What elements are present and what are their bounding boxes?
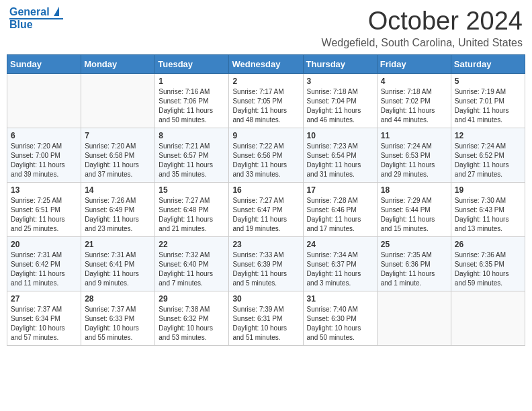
day-number: 23 [232,240,299,249]
calendar-week-4: 27Sunrise: 7:37 AM Sunset: 6:34 PM Dayli… [7,291,525,346]
day-info: Sunrise: 7:27 AM Sunset: 6:48 PM Dayligh… [159,196,225,234]
day-info: Sunrise: 7:38 AM Sunset: 6:32 PM Dayligh… [159,305,225,342]
day-number: 9 [232,131,299,140]
day-info: Sunrise: 7:39 AM Sunset: 6:31 PM Dayligh… [232,305,299,342]
day-number: 7 [85,131,151,140]
calendar-cell: 29Sunrise: 7:38 AM Sunset: 6:32 PM Dayli… [155,291,229,346]
calendar-cell: 26Sunrise: 7:36 AM Sunset: 6:35 PM Dayli… [451,237,525,291]
calendar-cell: 16Sunrise: 7:27 AM Sunset: 6:47 PM Dayli… [229,183,303,237]
calendar-cell: 2Sunrise: 7:17 AM Sunset: 7:05 PM Daylig… [229,74,303,128]
day-number: 19 [455,185,521,195]
calendar-header-row: Sunday Monday Tuesday Wednesday Thursday… [7,55,525,74]
day-info: Sunrise: 7:33 AM Sunset: 6:39 PM Dayligh… [232,250,299,288]
day-info: Sunrise: 7:18 AM Sunset: 7:04 PM Dayligh… [307,87,373,125]
calendar-cell: 13Sunrise: 7:25 AM Sunset: 6:51 PM Dayli… [7,183,81,237]
day-number: 13 [11,185,77,195]
day-info: Sunrise: 7:37 AM Sunset: 6:33 PM Dayligh… [85,305,151,342]
day-number: 17 [307,185,373,195]
day-number: 16 [232,185,299,195]
calendar-cell: 5Sunrise: 7:19 AM Sunset: 7:01 PM Daylig… [451,74,525,128]
day-info: Sunrise: 7:21 AM Sunset: 6:57 PM Dayligh… [159,142,225,179]
calendar-cell: 23Sunrise: 7:33 AM Sunset: 6:39 PM Dayli… [229,237,303,291]
calendar-cell: 18Sunrise: 7:29 AM Sunset: 6:44 PM Dayli… [377,183,451,237]
day-info: Sunrise: 7:37 AM Sunset: 6:34 PM Dayligh… [11,305,77,342]
day-number: 6 [11,131,77,140]
day-info: Sunrise: 7:18 AM Sunset: 7:02 PM Dayligh… [381,87,447,125]
logo: General Blue [9,7,63,30]
weekday-thursday: Thursday [303,55,377,74]
weekday-friday: Friday [377,55,451,74]
calendar-cell: 7Sunrise: 7:20 AM Sunset: 6:58 PM Daylig… [81,128,155,183]
day-number: 24 [307,240,373,249]
day-info: Sunrise: 7:19 AM Sunset: 7:01 PM Dayligh… [455,87,521,125]
day-info: Sunrise: 7:34 AM Sunset: 6:37 PM Dayligh… [307,250,373,288]
day-info: Sunrise: 7:32 AM Sunset: 6:40 PM Dayligh… [159,250,225,288]
day-number: 22 [159,240,225,249]
day-info: Sunrise: 7:36 AM Sunset: 6:35 PM Dayligh… [455,250,521,288]
day-number: 12 [455,131,521,140]
calendar-cell: 25Sunrise: 7:35 AM Sunset: 6:36 PM Dayli… [377,237,451,291]
day-info: Sunrise: 7:26 AM Sunset: 6:49 PM Dayligh… [85,196,151,234]
calendar-cell: 24Sunrise: 7:34 AM Sunset: 6:37 PM Dayli… [303,237,377,291]
calendar-cell: 10Sunrise: 7:23 AM Sunset: 6:54 PM Dayli… [303,128,377,183]
calendar-cell: 12Sunrise: 7:24 AM Sunset: 6:52 PM Dayli… [451,128,525,183]
weekday-sunday: Sunday [7,55,81,74]
logo-general-text: General [9,7,59,17]
calendar-cell: 14Sunrise: 7:26 AM Sunset: 6:49 PM Dayli… [81,183,155,237]
calendar-cell: 11Sunrise: 7:24 AM Sunset: 6:53 PM Dayli… [377,128,451,183]
day-info: Sunrise: 7:29 AM Sunset: 6:44 PM Dayligh… [381,196,447,234]
weekday-wednesday: Wednesday [229,55,303,74]
calendar-cell: 17Sunrise: 7:28 AM Sunset: 6:46 PM Dayli… [303,183,377,237]
month-title: October 2024 [322,7,523,36]
weekday-tuesday: Tuesday [155,55,229,74]
day-number: 1 [159,77,225,86]
calendar-cell: 1Sunrise: 7:16 AM Sunset: 7:06 PM Daylig… [155,74,229,128]
calendar-cell: 22Sunrise: 7:32 AM Sunset: 6:40 PM Dayli… [155,237,229,291]
calendar-cell [7,74,81,128]
calendar-cell: 15Sunrise: 7:27 AM Sunset: 6:48 PM Dayli… [155,183,229,237]
day-info: Sunrise: 7:40 AM Sunset: 6:30 PM Dayligh… [307,305,373,342]
day-number: 2 [232,77,299,86]
day-number: 15 [159,185,225,195]
calendar-cell: 3Sunrise: 7:18 AM Sunset: 7:04 PM Daylig… [303,74,377,128]
calendar-cell: 4Sunrise: 7:18 AM Sunset: 7:02 PM Daylig… [377,74,451,128]
day-number: 28 [85,294,151,304]
day-number: 29 [159,294,225,304]
day-info: Sunrise: 7:20 AM Sunset: 6:58 PM Dayligh… [85,142,151,179]
day-number: 10 [307,131,373,140]
calendar-cell: 6Sunrise: 7:20 AM Sunset: 7:00 PM Daylig… [7,128,81,183]
day-info: Sunrise: 7:31 AM Sunset: 6:41 PM Dayligh… [85,250,151,288]
day-number: 31 [307,294,373,304]
day-info: Sunrise: 7:22 AM Sunset: 6:56 PM Dayligh… [232,142,299,179]
calendar-cell: 30Sunrise: 7:39 AM Sunset: 6:31 PM Dayli… [229,291,303,346]
day-number: 8 [159,131,225,140]
day-info: Sunrise: 7:16 AM Sunset: 7:06 PM Dayligh… [159,87,225,125]
calendar-week-3: 20Sunrise: 7:31 AM Sunset: 6:42 PM Dayli… [7,237,525,291]
day-number: 26 [455,240,521,249]
day-number: 25 [381,240,447,249]
calendar-cell [81,74,155,128]
day-number: 20 [11,240,77,249]
calendar-week-2: 13Sunrise: 7:25 AM Sunset: 6:51 PM Dayli… [7,183,525,237]
day-number: 18 [381,185,447,195]
day-info: Sunrise: 7:27 AM Sunset: 6:47 PM Dayligh… [232,196,299,234]
day-number: 14 [85,185,151,195]
day-info: Sunrise: 7:20 AM Sunset: 7:00 PM Dayligh… [11,142,77,179]
calendar-cell [377,291,451,346]
day-number: 3 [307,77,373,86]
logo-blue-text: Blue [9,19,63,30]
calendar-cell: 21Sunrise: 7:31 AM Sunset: 6:41 PM Dayli… [81,237,155,291]
weekday-saturday: Saturday [451,55,525,74]
day-number: 21 [85,240,151,249]
calendar-cell: 27Sunrise: 7:37 AM Sunset: 6:34 PM Dayli… [7,291,81,346]
calendar-table: Sunday Monday Tuesday Wednesday Thursday… [7,54,525,346]
calendar-cell: 9Sunrise: 7:22 AM Sunset: 6:56 PM Daylig… [229,128,303,183]
day-number: 4 [381,77,447,86]
day-info: Sunrise: 7:28 AM Sunset: 6:46 PM Dayligh… [307,196,373,234]
location-title: Wedgefield, South Carolina, United State… [322,37,523,49]
day-info: Sunrise: 7:24 AM Sunset: 6:53 PM Dayligh… [381,142,447,179]
day-info: Sunrise: 7:30 AM Sunset: 6:43 PM Dayligh… [455,196,521,234]
day-info: Sunrise: 7:25 AM Sunset: 6:51 PM Dayligh… [11,196,77,234]
calendar-week-1: 6Sunrise: 7:20 AM Sunset: 7:00 PM Daylig… [7,128,525,183]
day-info: Sunrise: 7:35 AM Sunset: 6:36 PM Dayligh… [381,250,447,288]
